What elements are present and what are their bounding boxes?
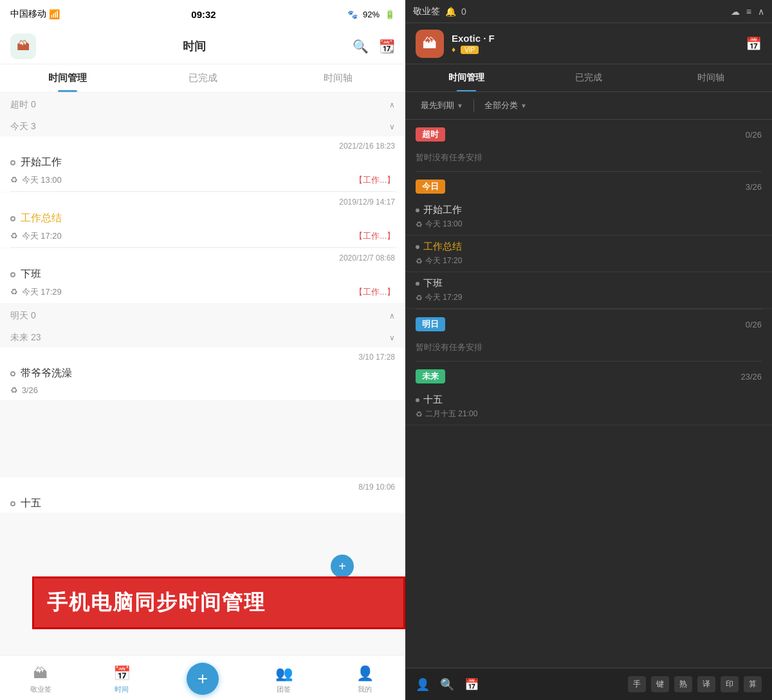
- sort-arrow-icon: ▼: [457, 102, 463, 109]
- task-divider: [10, 247, 395, 248]
- task-dot: [10, 371, 15, 376]
- desktop-task-item[interactable]: 开始工作 ♻ 今天 13:00: [405, 199, 772, 235]
- task-date: 8/19 10:06: [10, 477, 395, 494]
- desktop-titlebar: 敬业签 🔔 0 ☁ ≡ ∧: [405, 0, 772, 23]
- section-tomorrow[interactable]: 明天 0 ∧: [0, 304, 405, 326]
- titlebar-left: 敬业签 🔔 0: [413, 6, 466, 17]
- vip-row: ♦ VIP: [452, 45, 738, 54]
- overdue-tag: 超时: [416, 127, 445, 142]
- nav-item-mine[interactable]: 👤 我的: [324, 661, 405, 694]
- filter-divider: [473, 99, 474, 112]
- tomorrow-empty-text: 暂时没有任务安排: [405, 336, 772, 361]
- battery-bar: 🔋: [385, 10, 395, 19]
- nav-center[interactable]: +: [162, 661, 243, 695]
- section-overdue[interactable]: 超时 0 ∧: [0, 93, 405, 115]
- task-dot: [10, 501, 15, 506]
- task-item[interactable]: 2021/2/16 18:23 开始工作 ♻ 今天 13:00 【工作...】: [0, 136, 405, 192]
- tuanjian-icon: 👥: [275, 665, 293, 682]
- task-item[interactable]: 3/10 17:28 带爷爷洗澡 ♻ 3/26: [0, 347, 405, 400]
- promo-text: 手机电脑同步时间管理: [47, 591, 266, 614]
- tab-completed[interactable]: 已完成: [135, 64, 270, 92]
- recycle-icon: ♻: [416, 220, 423, 229]
- tool-keyboard[interactable]: 键: [651, 676, 669, 692]
- phone-tabs: 时间管理 已完成 时间轴: [0, 64, 405, 93]
- task-item[interactable]: 2020/12/7 08:68 下班 ♻ 今天 17:29 【工作...】: [0, 248, 405, 303]
- status-right: 🐾 92% 🔋: [347, 10, 395, 19]
- wifi-icon: 📶: [49, 9, 60, 19]
- user-icon[interactable]: 👤: [416, 677, 430, 692]
- desktop-panel: 敬业签 🔔 0 ☁ ≡ ∧ 🏔 Exotic · F ♦ VIP 📅 时间管理: [405, 0, 772, 700]
- tab-time-management[interactable]: 时间管理: [0, 64, 135, 92]
- section-today[interactable]: 今天 3 ∨: [0, 115, 405, 136]
- desktop-task-title: 开始工作: [416, 204, 762, 216]
- plus-button[interactable]: +: [187, 663, 219, 695]
- promo-banner: 手机电脑同步时间管理: [32, 576, 405, 629]
- search-icon[interactable]: 🔍: [440, 677, 454, 692]
- desktop-tab-timeline[interactable]: 时间轴: [650, 64, 772, 91]
- section-tomorrow-arrow: ∧: [389, 311, 395, 320]
- section-today-arrow: ∨: [389, 122, 395, 131]
- overdue-count: 0/26: [746, 130, 762, 140]
- titlebar-app-name: 敬业签: [413, 6, 440, 17]
- recycle-icon: ♻: [416, 410, 423, 419]
- username-text: Exotic · F: [452, 33, 738, 44]
- menu-icon[interactable]: ≡: [746, 6, 751, 17]
- task-date: 2020/12/7 08:68: [10, 248, 395, 265]
- nav-item-tuanjian[interactable]: 👥 团签: [243, 661, 324, 694]
- desktop-section-future: 23/26 未来: [405, 362, 772, 389]
- future-tag: 未来: [416, 369, 445, 383]
- tool-hand[interactable]: 手: [628, 676, 646, 692]
- task-title-yellow: 工作总结: [10, 209, 395, 228]
- desktop-tabs: 时间管理 已完成 时间轴: [405, 64, 772, 92]
- desktop-task-item[interactable]: 十五 ♻ 二月十五 21:00: [405, 389, 772, 425]
- cloud-icon[interactable]: ☁: [731, 6, 740, 17]
- search-icon[interactable]: 🔍: [353, 39, 369, 54]
- task-time: ♻ 3/26: [10, 385, 38, 395]
- tool-calculate[interactable]: 算: [744, 676, 762, 692]
- nav-item-time[interactable]: 📅 时间: [81, 661, 162, 694]
- desktop-logo-icon: 🏔: [423, 35, 437, 52]
- notification-count: 0: [461, 6, 466, 17]
- recycle-icon: ♻: [416, 257, 423, 266]
- desktop-task-item[interactable]: 工作总结 ♻ 今天 17:20: [405, 235, 772, 272]
- overdue-empty-text: 暂时没有任务安排: [405, 147, 772, 171]
- sort-filter-button[interactable]: 最先到期 ▼: [416, 97, 468, 114]
- tool-print[interactable]: 印: [721, 676, 739, 692]
- section-tomorrow-label: 明天 0: [10, 310, 36, 322]
- desktop-calendar-icon[interactable]: 📅: [746, 36, 762, 51]
- desktop-tab-time-management[interactable]: 时间管理: [405, 64, 528, 91]
- nav-item-jingye[interactable]: 🏔 敬业签: [0, 661, 81, 694]
- nav-label-tuanjian: 团签: [277, 685, 291, 694]
- phone-header: 🏔 时间 🔍 📆: [0, 28, 405, 64]
- task-subtitle: ♻ 今天 17:20 【工作...】: [10, 228, 395, 247]
- tool-translate[interactable]: 译: [697, 676, 715, 692]
- today-count: 3/26: [746, 182, 762, 192]
- task-item[interactable]: 8/19 10:06 十五: [0, 477, 405, 513]
- vip-diamond-icon: ♦: [452, 45, 455, 54]
- task-dot: [416, 245, 419, 249]
- tab-timeline[interactable]: 时间轴: [270, 64, 405, 92]
- desktop-task-subtitle: ♻ 今天 17:20: [416, 255, 762, 266]
- section-future-label: 未来 23: [10, 332, 41, 344]
- section-future[interactable]: 未来 23 ∨: [0, 326, 405, 347]
- desktop-tab-completed[interactable]: 已完成: [528, 64, 650, 91]
- calendar-icon[interactable]: 📅: [464, 677, 479, 692]
- nav-label-jingye: 敬业签: [30, 685, 51, 694]
- status-bar: 中国移动 📶 09:32 🐾 92% 🔋: [0, 0, 405, 28]
- task-subtitle: ♻ 今天 17:29 【工作...】: [10, 284, 395, 303]
- mine-icon: 👤: [356, 665, 374, 682]
- task-item[interactable]: 2019/12/9 14:17 工作总结 ♻ 今天 17:20 【工作...】: [0, 192, 405, 248]
- task-subtitle: ♻ 今天 13:00 【工作...】: [10, 172, 395, 191]
- bell-icon: 🔔: [445, 6, 456, 17]
- desktop-task-item[interactable]: 下班 ♻ 今天 17:29: [405, 272, 772, 309]
- category-filter-button[interactable]: 全部分类 ▼: [479, 97, 532, 114]
- tool-familiar[interactable]: 熟: [674, 676, 692, 692]
- calendar-icon[interactable]: 📆: [379, 39, 395, 54]
- task-title: 下班: [10, 265, 395, 284]
- task-dot: [416, 208, 419, 212]
- minimize-icon[interactable]: ∧: [758, 6, 764, 17]
- desktop-bottom-icons: 👤 🔍 📅: [416, 677, 479, 692]
- desktop-bottom-bar: 👤 🔍 📅 手 键 熟 译 印 算: [405, 668, 772, 700]
- add-task-button[interactable]: +: [331, 555, 354, 578]
- bottom-navigation: 🏔 敬业签 📅 时间 + 👥 团签 👤 我的: [0, 655, 405, 700]
